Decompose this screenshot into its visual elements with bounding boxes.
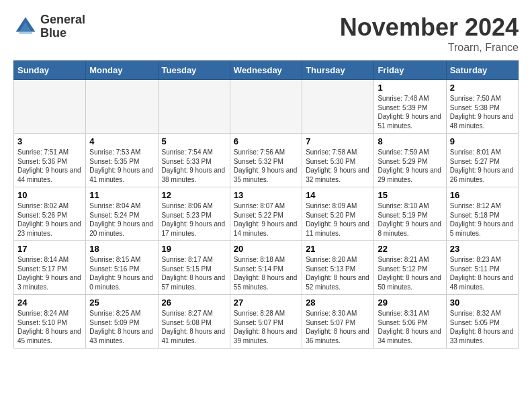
sunrise: Sunrise: 8:04 AM	[89, 202, 140, 210]
sunrise: Sunrise: 8:30 AM	[306, 310, 357, 317]
calendar-cell	[230, 80, 302, 134]
calendar-week-row: 1Sunrise: 7:48 AMSunset: 5:39 PMDaylight…	[14, 80, 519, 134]
day-info: Sunrise: 8:15 AMSunset: 5:16 PMDaylight:…	[89, 255, 154, 291]
daylight: Daylight: 8 hours and 34 minutes.	[378, 328, 441, 345]
day-number: 21	[306, 244, 370, 254]
sunset: Sunset: 5:36 PM	[17, 158, 67, 165]
calendar-cell	[14, 80, 86, 134]
day-info: Sunrise: 8:27 AMSunset: 5:08 PMDaylight:…	[162, 309, 226, 345]
calendar-cell: 8Sunrise: 7:59 AMSunset: 5:29 PMDaylight…	[374, 134, 446, 187]
logo: General Blue	[13, 13, 85, 40]
sunrise: Sunrise: 7:58 AM	[306, 148, 357, 156]
calendar-cell: 12Sunrise: 8:06 AMSunset: 5:23 PMDayligh…	[158, 187, 230, 241]
sunset: Sunset: 5:06 PM	[378, 319, 427, 326]
sunrise: Sunrise: 8:06 AM	[162, 202, 213, 210]
day-number: 11	[89, 190, 154, 200]
daylight: Daylight: 9 hours and 8 minutes.	[378, 220, 441, 237]
sunset: Sunset: 5:35 PM	[89, 158, 139, 165]
day-info: Sunrise: 8:06 AMSunset: 5:23 PMDaylight:…	[162, 201, 226, 238]
sunrise: Sunrise: 7:54 AM	[162, 148, 213, 156]
calendar-cell: 20Sunrise: 8:18 AMSunset: 5:14 PMDayligh…	[230, 241, 302, 295]
sunset: Sunset: 5:08 PM	[162, 319, 212, 326]
day-info: Sunrise: 8:30 AMSunset: 5:07 PMDaylight:…	[306, 309, 370, 345]
day-info: Sunrise: 8:18 AMSunset: 5:14 PMDaylight:…	[234, 255, 298, 291]
sunset: Sunset: 5:26 PM	[17, 212, 67, 219]
location: Troarn, France	[340, 42, 519, 54]
calendar-week-row: 24Sunrise: 8:24 AMSunset: 5:10 PMDayligh…	[14, 295, 519, 349]
calendar-cell: 9Sunrise: 8:01 AMSunset: 5:27 PMDaylight…	[446, 134, 518, 187]
sunrise: Sunrise: 8:07 AM	[234, 202, 285, 210]
calendar-cell: 16Sunrise: 8:12 AMSunset: 5:18 PMDayligh…	[446, 187, 518, 241]
sunset: Sunset: 5:12 PM	[378, 265, 427, 273]
sunset: Sunset: 5:38 PM	[450, 104, 500, 111]
daylight: Daylight: 8 hours and 33 minutes.	[450, 328, 514, 345]
day-number: 22	[378, 244, 442, 254]
sunrise: Sunrise: 8:02 AM	[17, 202, 69, 210]
sunrise: Sunrise: 7:59 AM	[378, 148, 429, 156]
calendar-cell: 29Sunrise: 8:31 AMSunset: 5:06 PMDayligh…	[374, 295, 446, 349]
day-number: 20	[234, 244, 298, 254]
weekday-header-sunday: Sunday	[14, 61, 86, 80]
sunrise: Sunrise: 8:24 AM	[17, 310, 69, 317]
calendar-cell: 15Sunrise: 8:10 AMSunset: 5:19 PMDayligh…	[374, 187, 446, 241]
sunset: Sunset: 5:19 PM	[378, 212, 427, 219]
calendar-cell: 26Sunrise: 8:27 AMSunset: 5:08 PMDayligh…	[158, 295, 230, 349]
sunset: Sunset: 5:10 PM	[17, 319, 67, 326]
daylight: Daylight: 9 hours and 5 minutes.	[450, 220, 514, 237]
daylight: Daylight: 9 hours and 26 minutes.	[450, 167, 514, 183]
day-info: Sunrise: 7:51 AMSunset: 5:36 PMDaylight:…	[17, 148, 82, 184]
sunrise: Sunrise: 8:18 AM	[234, 256, 285, 263]
sunrise: Sunrise: 8:17 AM	[162, 256, 213, 263]
daylight: Daylight: 8 hours and 55 minutes.	[234, 274, 298, 291]
calendar-cell: 28Sunrise: 8:30 AMSunset: 5:07 PMDayligh…	[302, 295, 374, 349]
day-number: 30	[450, 298, 515, 308]
day-number: 7	[306, 136, 370, 146]
day-number: 13	[234, 190, 298, 200]
day-number: 5	[162, 136, 226, 146]
weekday-header-saturday: Saturday	[446, 61, 518, 80]
daylight: Daylight: 9 hours and 44 minutes.	[17, 167, 81, 183]
calendar-cell: 7Sunrise: 7:58 AMSunset: 5:30 PMDaylight…	[302, 134, 374, 187]
logo-text: General Blue	[40, 13, 85, 40]
daylight: Daylight: 9 hours and 32 minutes.	[306, 167, 369, 183]
daylight: Daylight: 8 hours and 57 minutes.	[162, 274, 226, 291]
day-info: Sunrise: 8:24 AMSunset: 5:10 PMDaylight:…	[17, 309, 82, 345]
day-number: 14	[306, 190, 370, 200]
day-number: 15	[378, 190, 442, 200]
sunrise: Sunrise: 8:31 AM	[378, 310, 429, 317]
day-info: Sunrise: 7:53 AMSunset: 5:35 PMDaylight:…	[89, 148, 154, 184]
day-number: 17	[17, 244, 82, 254]
sunrise: Sunrise: 8:01 AM	[450, 148, 501, 156]
day-number: 16	[450, 190, 515, 200]
sunrise: Sunrise: 8:12 AM	[450, 202, 501, 210]
daylight: Daylight: 9 hours and 11 minutes.	[306, 220, 369, 237]
sunrise: Sunrise: 7:51 AM	[17, 148, 69, 156]
day-info: Sunrise: 8:28 AMSunset: 5:07 PMDaylight:…	[234, 309, 298, 345]
daylight: Daylight: 9 hours and 51 minutes.	[378, 113, 441, 130]
daylight: Daylight: 9 hours and 29 minutes.	[378, 167, 441, 183]
sunrise: Sunrise: 7:48 AM	[378, 95, 429, 102]
weekday-header-tuesday: Tuesday	[158, 61, 230, 80]
sunset: Sunset: 5:07 PM	[234, 319, 283, 326]
sunset: Sunset: 5:15 PM	[162, 265, 212, 273]
sunset: Sunset: 5:05 PM	[450, 319, 500, 326]
calendar-cell: 10Sunrise: 8:02 AMSunset: 5:26 PMDayligh…	[14, 187, 86, 241]
calendar-cell: 14Sunrise: 8:09 AMSunset: 5:20 PMDayligh…	[302, 187, 374, 241]
sunrise: Sunrise: 8:21 AM	[378, 256, 429, 263]
calendar-cell: 30Sunrise: 8:32 AMSunset: 5:05 PMDayligh…	[446, 295, 518, 349]
calendar-cell: 4Sunrise: 7:53 AMSunset: 5:35 PMDaylight…	[86, 134, 158, 187]
daylight: Daylight: 9 hours and 3 minutes.	[17, 274, 81, 291]
sunset: Sunset: 5:29 PM	[378, 158, 427, 165]
sunset: Sunset: 5:11 PM	[450, 265, 500, 273]
day-number: 4	[89, 136, 154, 146]
sunset: Sunset: 5:27 PM	[450, 158, 500, 165]
calendar-week-row: 3Sunrise: 7:51 AMSunset: 5:36 PMDaylight…	[14, 134, 519, 187]
title-block: November 2024 Troarn, France	[340, 13, 519, 54]
day-info: Sunrise: 8:32 AMSunset: 5:05 PMDaylight:…	[450, 309, 515, 345]
day-number: 25	[89, 298, 154, 308]
daylight: Daylight: 9 hours and 41 minutes.	[89, 167, 153, 183]
sunset: Sunset: 5:18 PM	[450, 212, 500, 219]
day-number: 1	[378, 83, 442, 93]
sunset: Sunset: 5:39 PM	[378, 104, 427, 111]
day-number: 6	[234, 136, 298, 146]
